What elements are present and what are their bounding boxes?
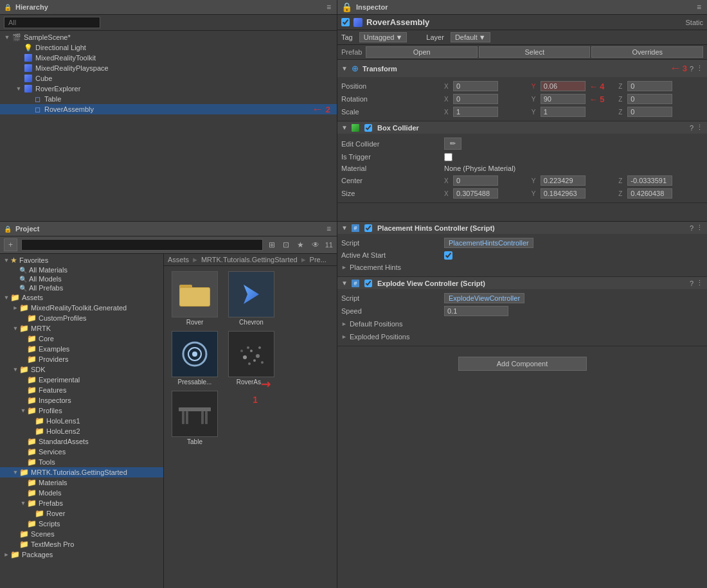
rotation-z-field: Z [618, 94, 703, 104]
prefab-overrides-btn[interactable]: Overrides [591, 46, 703, 58]
hierarchy-search-input[interactable] [4, 17, 100, 28]
position-label: Position [341, 82, 444, 90]
ftree-scenes[interactable]: 📁 Scenes [0, 529, 163, 539]
asset-item-roverassembly[interactable]: RoverAs... ↗ 1 [226, 331, 277, 386]
asset-item-table[interactable]: Table [169, 391, 220, 445]
ftree-hl1-label: HoloLens1 [46, 417, 80, 425]
ftree-materials[interactable]: 📁 Materials [0, 477, 163, 488]
rotation-y-input[interactable] [541, 94, 586, 104]
box-collider-checkbox[interactable] [364, 124, 372, 132]
placement-hints-collapsible[interactable]: ► Placement Hints [341, 262, 401, 272]
scale-z-input[interactable] [627, 107, 672, 117]
placement-hints-header[interactable]: ▼ # Placement Hints Controller (Script) … [337, 222, 707, 234]
project-filter-btn[interactable]: ⊡ [281, 240, 291, 250]
tree-item-samplescene[interactable]: ▼ 🎬 SampleScene* [0, 32, 337, 42]
prefab-open-btn[interactable]: Open [366, 46, 478, 58]
tree-item-mrtktt[interactable]: MixedRealityToolkit [0, 53, 337, 63]
rotation-z-input[interactable] [627, 94, 672, 104]
project-menu-btn[interactable]: ≡ [325, 224, 333, 234]
ftree-all-models[interactable]: 🔍 All Models [0, 274, 163, 283]
ftree-custom-profiles[interactable]: 📁 CustomProfiles [0, 313, 163, 323]
layer-dropdown[interactable]: Default ▼ [451, 32, 490, 42]
size-x-input[interactable] [453, 188, 498, 199]
tree-item-table[interactable]: ◻ Table [0, 94, 337, 104]
center-z-input[interactable] [627, 175, 672, 186]
ev-default-collapsible[interactable]: ► Default Positions [341, 319, 402, 329]
tag-dropdown[interactable]: Untagged ▼ [359, 32, 407, 42]
ftree-mrtk-tutorials[interactable]: ▼ 📁 MRTK.Tutorials.GettingStarted [0, 467, 163, 477]
size-z-input[interactable] [627, 188, 672, 199]
add-component-btn[interactable]: Add Component [458, 357, 587, 371]
asset-item-chevron[interactable]: Chevron [226, 271, 277, 326]
edit-collider-btn[interactable]: ✏ [444, 138, 461, 150]
ftree-tools[interactable]: 📁 Tools [0, 457, 163, 467]
ftree-providers[interactable]: 📁 Providers [0, 354, 163, 364]
position-y-field: Y ← 4 [532, 81, 616, 91]
ev-exploded-collapsible[interactable]: ► Exploded Positions [341, 332, 409, 342]
scale-x-input[interactable] [453, 107, 498, 117]
asset-item-rover[interactable]: Rover [169, 271, 220, 326]
ftree-cp-label: CustomProfiles [39, 314, 87, 322]
ev-speed-input[interactable] [444, 306, 508, 316]
svg-rect-17 [205, 411, 208, 424]
center-x-input[interactable] [453, 175, 498, 186]
ftree-textmesh[interactable]: 📁 TextMesh Pro [0, 539, 163, 549]
asset-item-pressable[interactable]: Pressable... [169, 331, 220, 386]
ftree-sdk[interactable]: ▼ 📁 SDK [0, 364, 163, 375]
ftree-mrtk-generated[interactable]: ► 📁 MixedRealityToolkit.Generated [0, 303, 163, 313]
hierarchy-menu-btn[interactable]: ≡ [325, 2, 333, 12]
position-y-input[interactable] [541, 81, 586, 91]
ftree-models[interactable]: 📁 Models [0, 488, 163, 498]
ftree-hololens2[interactable]: 📁 HoloLens2 [0, 426, 163, 436]
ftree-favorites[interactable]: ▼ ★ Favorites [0, 255, 163, 265]
ftree-all-materials[interactable]: 🔍 All Materials [0, 265, 163, 274]
inspector-header-actions: ≡ [695, 2, 703, 12]
transform-header[interactable]: ▼ ⊕ Transform ← 3 ? ⋮ [337, 60, 707, 77]
inspector-menu-btn[interactable]: ≡ [695, 2, 703, 12]
ftree-rover-prefab[interactable]: 📁 Rover [0, 508, 163, 519]
center-y-input[interactable] [541, 175, 586, 186]
position-z-input[interactable] [627, 81, 672, 91]
active-at-start-checkbox[interactable] [444, 251, 452, 260]
tree-item-cube[interactable]: Cube [0, 73, 337, 84]
ftree-services[interactable]: 📁 Services [0, 447, 163, 457]
ftree-prefabs[interactable]: ▼ 📁 Prefabs [0, 498, 163, 508]
rotation-x-input[interactable] [453, 94, 498, 104]
project-eye-btn[interactable]: 👁 [310, 240, 321, 250]
ftree-core[interactable]: 📁 Core [0, 334, 163, 344]
go-active-checkbox[interactable] [341, 18, 350, 26]
project-favorite-btn[interactable]: ★ [295, 240, 306, 250]
box-collider-header[interactable]: ▼ Box Collider ? ⋮ [337, 121, 707, 134]
ftree-experimental[interactable]: 📁 Experimental [0, 375, 163, 385]
ftree-profiles[interactable]: ▼ 📁 Profiles [0, 405, 163, 416]
annotation-arrow1-arrow: ↗ [257, 376, 274, 393]
ftree-features[interactable]: 📁 Features [0, 385, 163, 395]
ftree-standard-assets[interactable]: 📁 StandardAssets [0, 436, 163, 447]
ftree-assets[interactable]: ▼ 📁 Assets [0, 292, 163, 303]
ftree-inspectors[interactable]: 📁 Inspectors [0, 395, 163, 405]
is-trigger-checkbox[interactable] [444, 153, 452, 161]
placement-hints-checkbox[interactable] [364, 224, 372, 232]
ftree-hololens1[interactable]: 📁 HoloLens1 [0, 416, 163, 426]
project-search-input[interactable] [21, 239, 263, 251]
ftree-mrtk[interactable]: ▼ 📁 MRTK [0, 323, 163, 334]
tag-dropdown-arrow: ▼ [395, 33, 402, 41]
tree-item-roverexplorer[interactable]: ▼ RoverExplorer [0, 84, 337, 94]
tree-item-mrtkps[interactable]: MixedRealityPlayspace [0, 63, 337, 73]
explode-view-header[interactable]: ▼ # Explode View Controller (Script) ? ⋮ [337, 277, 707, 289]
ftree-mrtkgen-arrow: ► [12, 305, 19, 311]
position-x-input[interactable] [453, 81, 498, 91]
ftree-scripts[interactable]: 📁 Scripts [0, 519, 163, 529]
rotation-y-field: Y ← 5 [532, 94, 616, 104]
prefab-select-btn[interactable]: Select [479, 46, 591, 58]
project-add-btn[interactable]: + [4, 238, 17, 251]
project-list-view-btn[interactable]: ⊞ [267, 240, 277, 250]
tree-item-directional-light[interactable]: 💡 Directional Light [0, 42, 337, 53]
explode-view-checkbox[interactable] [364, 280, 372, 287]
ftree-examples[interactable]: 📁 Examples [0, 344, 163, 354]
size-y-input[interactable] [541, 188, 586, 199]
scale-y-input[interactable] [541, 107, 586, 117]
ftree-packages[interactable]: ► 📁 Packages [0, 549, 163, 560]
tree-item-roverassembly[interactable]: ◻ RoverAssembly ← 2 [0, 104, 337, 114]
ftree-all-prefabs[interactable]: 🔍 All Prefabs [0, 283, 163, 292]
